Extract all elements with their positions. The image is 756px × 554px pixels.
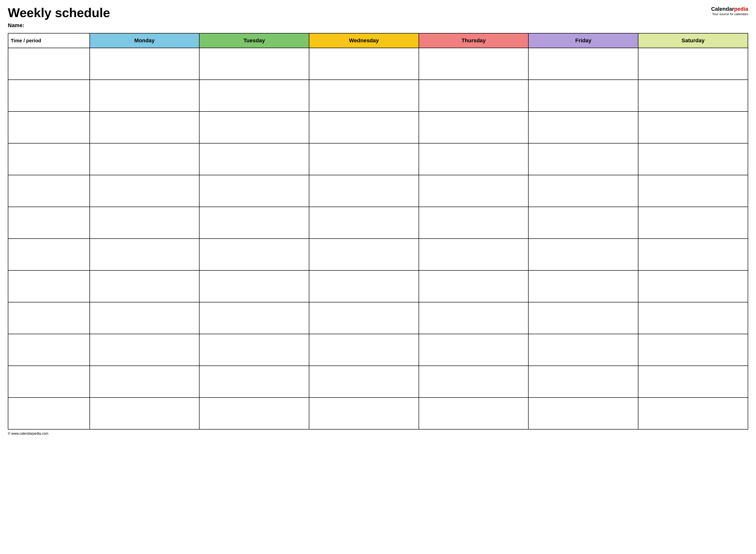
col-header-thursday: Thursday [419, 33, 529, 48]
time-cell[interactable] [8, 239, 90, 270]
day-cell[interactable] [419, 175, 529, 207]
day-cell[interactable] [199, 48, 309, 80]
day-cell[interactable] [90, 48, 200, 80]
day-cell[interactable] [309, 397, 419, 429]
day-cell[interactable] [199, 175, 309, 207]
day-cell[interactable] [199, 302, 309, 334]
table-row [8, 207, 748, 239]
day-cell[interactable] [309, 366, 419, 397]
table-row [8, 302, 748, 334]
day-cell[interactable] [419, 366, 529, 397]
day-cell[interactable] [638, 207, 748, 239]
time-cell[interactable] [8, 207, 90, 239]
day-cell[interactable] [638, 80, 748, 111]
day-cell[interactable] [199, 270, 309, 302]
day-cell[interactable] [199, 239, 309, 270]
time-cell[interactable] [8, 48, 90, 80]
table-row [8, 366, 748, 397]
day-cell[interactable] [419, 80, 529, 111]
day-cell[interactable] [419, 270, 529, 302]
day-cell[interactable] [309, 207, 419, 239]
time-cell[interactable] [8, 143, 90, 175]
logo-tagline: Your source for calendars [712, 12, 748, 16]
day-cell[interactable] [309, 302, 419, 334]
day-cell[interactable] [199, 334, 309, 366]
time-cell[interactable] [8, 270, 90, 302]
day-cell[interactable] [90, 397, 200, 429]
time-cell[interactable] [8, 302, 90, 334]
day-cell[interactable] [419, 48, 529, 80]
day-cell[interactable] [528, 270, 638, 302]
time-cell[interactable] [8, 80, 90, 111]
day-cell[interactable] [309, 111, 419, 143]
day-cell[interactable] [638, 143, 748, 175]
day-cell[interactable] [419, 207, 529, 239]
table-row [8, 111, 748, 143]
day-cell[interactable] [638, 366, 748, 397]
time-cell[interactable] [8, 175, 90, 207]
day-cell[interactable] [638, 302, 748, 334]
day-cell[interactable] [90, 143, 200, 175]
day-cell[interactable] [528, 302, 638, 334]
day-cell[interactable] [309, 334, 419, 366]
time-cell[interactable] [8, 334, 90, 366]
day-cell[interactable] [528, 397, 638, 429]
day-cell[interactable] [638, 397, 748, 429]
time-cell[interactable] [8, 111, 90, 143]
day-cell[interactable] [528, 80, 638, 111]
day-cell[interactable] [309, 175, 419, 207]
day-cell[interactable] [528, 334, 638, 366]
day-cell[interactable] [90, 239, 200, 270]
col-header-saturday: Saturday [638, 33, 748, 48]
day-cell[interactable] [528, 207, 638, 239]
day-cell[interactable] [419, 334, 529, 366]
day-cell[interactable] [199, 366, 309, 397]
day-cell[interactable] [638, 334, 748, 366]
day-cell[interactable] [638, 48, 748, 80]
footer: © www.calendarpedia.com [8, 432, 748, 435]
table-row [8, 175, 748, 207]
logo: Calendarpedia [711, 6, 748, 12]
day-cell[interactable] [528, 48, 638, 80]
day-cell[interactable] [419, 302, 529, 334]
day-cell[interactable] [638, 270, 748, 302]
day-cell[interactable] [90, 80, 200, 111]
day-cell[interactable] [199, 111, 309, 143]
day-cell[interactable] [90, 207, 200, 239]
time-cell[interactable] [8, 397, 90, 429]
day-cell[interactable] [309, 270, 419, 302]
day-cell[interactable] [528, 239, 638, 270]
day-cell[interactable] [90, 302, 200, 334]
day-cell[interactable] [199, 143, 309, 175]
day-cell[interactable] [528, 143, 638, 175]
day-cell[interactable] [199, 80, 309, 111]
day-cell[interactable] [528, 175, 638, 207]
day-cell[interactable] [309, 143, 419, 175]
day-cell[interactable] [638, 111, 748, 143]
time-cell[interactable] [8, 366, 90, 397]
table-row [8, 80, 748, 111]
day-cell[interactable] [528, 366, 638, 397]
name-label: Name: [8, 22, 110, 29]
day-cell[interactable] [419, 397, 529, 429]
day-cell[interactable] [309, 239, 419, 270]
day-cell[interactable] [309, 80, 419, 111]
day-cell[interactable] [419, 111, 529, 143]
day-cell[interactable] [419, 143, 529, 175]
day-cell[interactable] [638, 175, 748, 207]
day-cell[interactable] [199, 397, 309, 429]
day-cell[interactable] [90, 175, 200, 207]
day-cell[interactable] [90, 366, 200, 397]
col-header-tuesday: Tuesday [199, 33, 309, 48]
day-cell[interactable] [90, 270, 200, 302]
col-header-friday: Friday [528, 33, 638, 48]
day-cell[interactable] [90, 111, 200, 143]
day-cell[interactable] [419, 239, 529, 270]
col-header-time: Time / period [8, 33, 90, 48]
day-cell[interactable] [309, 48, 419, 80]
day-cell[interactable] [90, 334, 200, 366]
day-cell[interactable] [528, 111, 638, 143]
day-cell[interactable] [199, 207, 309, 239]
table-row [8, 48, 748, 80]
day-cell[interactable] [638, 239, 748, 270]
